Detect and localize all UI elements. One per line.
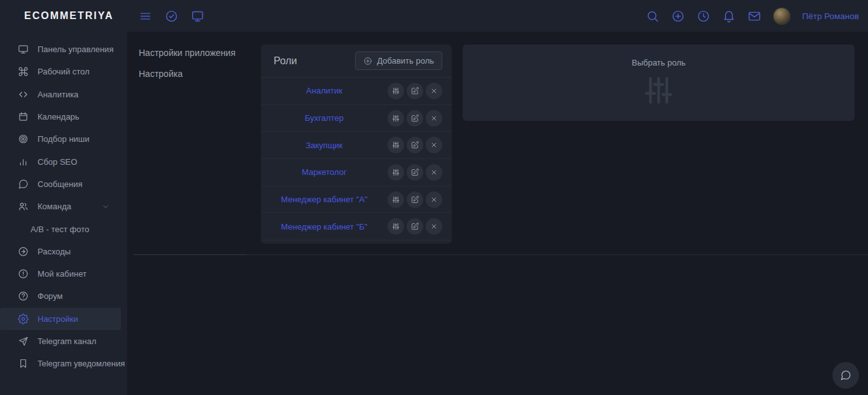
role-permissions-button[interactable] xyxy=(388,110,404,127)
role-link[interactable]: Бухгалтер xyxy=(261,113,388,123)
plus-circle-icon xyxy=(363,57,372,66)
sidebar: Панель управления Рабочий стол Аналитика… xyxy=(0,32,127,395)
role-link[interactable]: Маркетолог xyxy=(261,167,388,177)
role-row: Бухгалтер xyxy=(261,105,452,132)
sidebar-item-label: Панель управления xyxy=(38,45,113,54)
topbar-right-icons: Пётр Романов xyxy=(646,8,860,25)
role-edit-button[interactable] xyxy=(407,137,423,153)
role-link[interactable]: Менеджер кабинет "А" xyxy=(261,195,388,204)
role-actions xyxy=(388,110,442,127)
sidebar-item-label: Мой кабинет xyxy=(38,269,87,279)
sidebar-item-label: Рабочий стол xyxy=(38,67,90,76)
check-circle-icon[interactable] xyxy=(165,10,178,23)
role-link[interactable]: Аналитик xyxy=(261,86,388,95)
user-name[interactable]: Пётр Романов xyxy=(802,11,860,21)
sidebar-item-desktop[interactable]: Рабочий стол xyxy=(0,60,127,83)
arrow-right-circle-icon xyxy=(18,246,29,257)
paper-plane-icon xyxy=(18,336,29,347)
role-edit-button[interactable] xyxy=(407,164,423,181)
monitor-icon xyxy=(18,44,29,55)
role-delete-button[interactable] xyxy=(426,191,442,208)
sidebar-item-label: Форум xyxy=(38,291,63,301)
brand-logo: ECOMMETRIYA xyxy=(24,10,114,21)
sidebar-item-expenses[interactable]: Расходы xyxy=(0,240,127,263)
role-row: Аналитик xyxy=(261,78,452,105)
bell-icon[interactable] xyxy=(722,10,736,23)
sidebar-item-label: Аналитика xyxy=(38,90,78,99)
clock-icon[interactable] xyxy=(697,10,710,23)
sidebar-item-label: А/В - тест фото xyxy=(31,225,89,234)
sidebar-item-label: Подбор ниши xyxy=(38,134,90,144)
role-detail-placeholder: Выбрать роль xyxy=(632,58,686,67)
sidebar-item-label: Настройки xyxy=(38,314,78,324)
target-icon xyxy=(18,134,29,144)
role-actions xyxy=(388,218,442,235)
role-edit-button[interactable] xyxy=(407,110,423,127)
chevron-down-icon xyxy=(102,203,109,211)
role-permissions-button[interactable] xyxy=(388,191,404,208)
bookmark-icon xyxy=(18,358,29,369)
chat-fab-button[interactable] xyxy=(832,362,859,389)
sidebar-item-analytics[interactable]: Аналитика xyxy=(0,83,127,106)
role-detail-card: Выбрать роль xyxy=(463,45,855,121)
sidebar-item-telegram-channel[interactable]: Telegram канал xyxy=(0,330,127,352)
sidebar-item-team[interactable]: Команда xyxy=(0,195,127,218)
question-circle-icon xyxy=(18,291,29,301)
calendar-icon xyxy=(18,111,29,122)
role-edit-button[interactable] xyxy=(407,218,423,235)
role-delete-button[interactable] xyxy=(426,83,442,99)
sidebar-item-niche[interactable]: Подбор ниши xyxy=(0,128,127,150)
sidebar-item-my-cabinet[interactable]: Мой кабинет xyxy=(0,263,127,285)
logo-box: ECOMMETRIYA xyxy=(0,10,127,22)
roles-panel-header: Роли Добавить роль xyxy=(261,45,452,78)
sidebar-item-settings[interactable]: Настройки xyxy=(0,308,121,330)
sidebar-item-label: Telegram канал xyxy=(38,336,96,346)
role-delete-button[interactable] xyxy=(426,218,442,235)
sidebar-item-seo[interactable]: Сбор SEO xyxy=(0,150,127,172)
sidebar-item-label: Сбор SEO xyxy=(38,157,77,167)
sidebar-item-telegram-notifications[interactable]: Telegram уведомления xyxy=(0,352,127,375)
sidebar-item-messages[interactable]: Сообщения xyxy=(0,173,127,195)
mail-icon[interactable] xyxy=(748,10,761,23)
role-permissions-button[interactable] xyxy=(388,218,404,235)
role-link[interactable]: Менеджер кабинет "Б" xyxy=(261,222,388,232)
settings-menu-label: Настройка xyxy=(139,69,183,79)
role-actions xyxy=(388,164,442,181)
add-role-button[interactable]: Добавить роль xyxy=(355,52,442,70)
code-icon xyxy=(18,89,29,100)
sidebar-item-label: Расходы xyxy=(38,247,71,256)
chat-bubble-icon xyxy=(18,179,29,190)
display-icon[interactable] xyxy=(191,10,204,23)
user-avatar[interactable] xyxy=(773,8,790,25)
settings-menu-label: Настройки приложения xyxy=(139,48,235,58)
sidebar-item-ab-test[interactable]: А/В - тест фото xyxy=(0,218,127,240)
menu-icon[interactable] xyxy=(139,10,152,23)
bar-chart-icon xyxy=(18,156,29,167)
sidebar-item-label: Команда xyxy=(38,202,71,211)
role-permissions-button[interactable] xyxy=(388,83,404,99)
exclamation-circle-icon xyxy=(18,268,29,279)
roles-panel: Роли Добавить роль Аналитик Бухгалтер xyxy=(261,45,452,244)
plus-circle-icon[interactable] xyxy=(671,10,685,23)
role-permissions-button[interactable] xyxy=(388,137,404,153)
role-edit-button[interactable] xyxy=(407,191,423,208)
role-row: Менеджер кабинет "А" xyxy=(261,186,452,214)
role-row: Закупщик xyxy=(261,132,452,159)
role-link[interactable]: Закупщик xyxy=(261,141,388,150)
topbar: ECOMMETRIYA Пётр Романов xyxy=(0,0,868,32)
role-delete-button[interactable] xyxy=(426,110,442,127)
sidebar-item-dashboard[interactable]: Панель управления xyxy=(0,38,127,60)
search-icon[interactable] xyxy=(646,10,659,23)
role-permissions-button[interactable] xyxy=(388,164,404,181)
add-role-button-label: Добавить роль xyxy=(377,56,434,66)
sidebar-item-forum[interactable]: Форум xyxy=(0,285,127,307)
role-delete-button[interactable] xyxy=(426,164,442,181)
role-delete-button[interactable] xyxy=(426,137,442,153)
command-icon xyxy=(18,66,29,77)
role-edit-button[interactable] xyxy=(407,83,423,99)
sliders-icon xyxy=(638,73,679,108)
role-row: Менеджер кабинет "Б" xyxy=(261,213,452,240)
sidebar-item-label: Календарь xyxy=(38,112,80,121)
sidebar-item-label: Telegram уведомления xyxy=(38,359,125,368)
sidebar-item-calendar[interactable]: Календарь xyxy=(0,106,127,128)
